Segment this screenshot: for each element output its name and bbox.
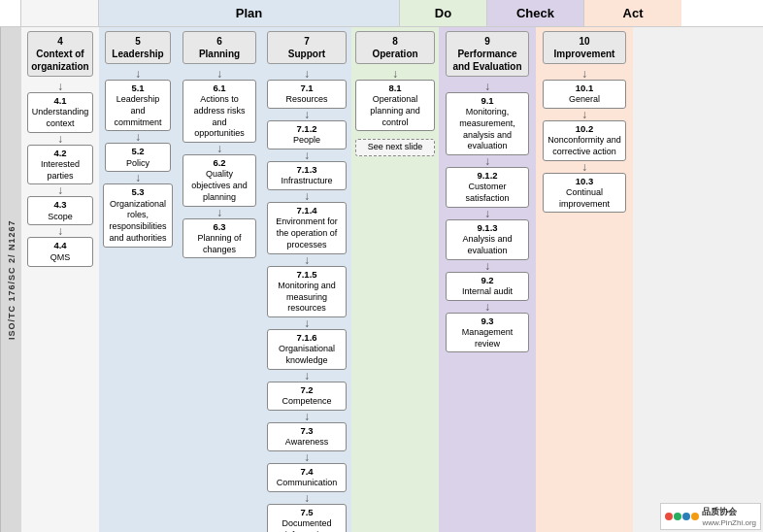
arrow: ↓ <box>135 131 141 143</box>
col4-item-1: 4.2 Interested parties <box>27 145 93 185</box>
arrow: ↓ <box>304 411 310 422</box>
col4-item-0: 4.1 Understanding context <box>27 92 93 133</box>
col7-item-5: 7.1.6 Organisational knowledge <box>267 329 347 370</box>
arrow: ↓ <box>581 109 587 120</box>
arrow: ↓ <box>484 260 490 272</box>
col10-item-0: 10.1 General <box>543 80 626 109</box>
logo-text: 品质协会 www.PinZhi.org <box>702 506 756 527</box>
columns-wrapper: 4 Context of organization ↓ 4.1 Understa… <box>21 27 763 532</box>
logo-circle-blue <box>682 513 690 520</box>
logo-circle-yellow <box>691 513 699 520</box>
col10-item-2: 10.3 Continual improvement <box>543 173 626 214</box>
col10-item-1: 10.2 Nonconformity and corrective action <box>543 120 626 161</box>
col8-item-0: 8.1 Operational planning and control <box>355 80 435 131</box>
logo-circle-green <box>674 513 681 520</box>
col7-item-9: 7.5 Documented information <box>267 504 347 532</box>
col9-item-2: 9.1.3 Analysis and evaluation <box>446 219 529 260</box>
col7-item-4: 7.1.5 Monitoring and measuring resources <box>267 266 347 317</box>
arrow: ↓ <box>484 301 490 313</box>
arrow: ↓ <box>484 81 490 92</box>
col8-section-header: 8 Operation <box>355 31 435 64</box>
col9-item-1: 9.1.2 Customer satisfaction <box>446 167 529 208</box>
arrow: ↓ <box>392 68 398 80</box>
arrow: ↓ <box>304 190 310 202</box>
col9-item-4: 9.3 Management review <box>446 313 529 353</box>
logo-area: 品质协会 www.PinZhi.org <box>660 503 761 530</box>
arrow: ↓ <box>304 451 310 463</box>
col5-item-1: 5.2 Policy <box>105 143 171 172</box>
col-4: 4 Context of organization ↓ 4.1 Understa… <box>21 27 99 532</box>
col-6: 6 Planning ↓ 6.1 Actions to address risk… <box>177 27 262 532</box>
check-header: Check <box>487 0 584 26</box>
col7-section-header: 7 Support <box>267 31 347 64</box>
col-7: 7 Support ↓ 7.1 Resources ↓ 7.1.2 People… <box>262 27 351 532</box>
arrow: ↓ <box>304 150 310 161</box>
act-header: Act <box>584 0 681 26</box>
arrow: ↓ <box>304 370 310 382</box>
col-5: 5 Leadership ↓ 5.1 Leadership and commit… <box>99 27 177 532</box>
side-label: ISO/TC 176/SC 2/ N1267 <box>0 27 21 532</box>
arrow: ↓ <box>57 225 63 237</box>
col7-item-8: 7.4 Communication <box>267 463 347 492</box>
arrow: ↓ <box>304 68 310 80</box>
col5-item-2: 5.3 Organizational roles, responsibiliti… <box>103 183 173 247</box>
arrow: ↓ <box>216 68 222 80</box>
col7-item-6: 7.2 Competence <box>267 382 347 411</box>
col4-header-blank <box>21 0 99 26</box>
arrow: ↓ <box>304 492 310 504</box>
col9-section-header: 9 Performance and Evaluation <box>446 31 529 77</box>
col7-item-7: 7.3 Awareness <box>267 422 347 451</box>
header-row: Plan Do Check Act <box>0 0 763 27</box>
col10-section-header: 10 Improvement <box>543 31 626 64</box>
col4-item-3: 4.4 QMS <box>27 237 93 266</box>
arrow: ↓ <box>304 109 310 120</box>
col4-item-2: 4.3 Scope <box>27 196 93 225</box>
arrow: ↓ <box>135 172 141 183</box>
arrow: ↓ <box>57 184 63 196</box>
logo-circle-red <box>665 513 673 520</box>
col-10: 10 Improvement ↓ 10.1 General ↓ 10.2 Non… <box>536 27 633 532</box>
col5-section-header: 5 Leadership <box>105 31 171 64</box>
col7-item-3: 7.1.4 Environment for the operation of p… <box>267 202 347 253</box>
plan-header: Plan <box>99 0 400 26</box>
arrow: ↓ <box>135 68 141 80</box>
arrow: ↓ <box>581 161 587 173</box>
col7-item-1: 7.1.2 People <box>267 120 347 150</box>
col9-item-0: 9.1 Monitoring, measurement, analysis an… <box>446 92 529 155</box>
arrow: ↓ <box>581 68 587 80</box>
arrow: ↓ <box>304 254 310 266</box>
col5-item-0: 5.1 Leadership and commitment <box>105 80 171 131</box>
arrow: ↓ <box>57 81 63 92</box>
col6-item-1: 6.2 Quality objectives and planning <box>182 154 256 206</box>
logo-circles <box>665 513 699 520</box>
col8-see-next: See next slide <box>355 139 435 156</box>
do-header: Do <box>400 0 487 26</box>
col7-item-2: 7.1.3 Infrastructure <box>267 161 347 190</box>
col6-item-2: 6.3 Planning of changes <box>182 218 256 259</box>
col4-section-header: 4 Context of organization <box>27 31 93 77</box>
main-container: Plan Do Check Act ISO/TC 176/SC 2/ N1267… <box>0 0 763 532</box>
col6-item-0: 6.1 Actions to address risks and opportu… <box>182 80 256 143</box>
col-9: 9 Performance and Evaluation ↓ 9.1 Monit… <box>439 27 536 532</box>
col6-section-header: 6 Planning <box>182 31 256 64</box>
arrow: ↓ <box>216 207 222 218</box>
arrow: ↓ <box>484 208 490 219</box>
arrow: ↓ <box>484 155 490 167</box>
col9-item-3: 9.2 Internal audit <box>446 272 529 301</box>
content-area: ISO/TC 176/SC 2/ N1267 4 Context of orga… <box>0 27 763 532</box>
col-8: 8 Operation ↓ 8.1 Operational planning a… <box>351 27 439 532</box>
arrow: ↓ <box>57 133 63 145</box>
arrow: ↓ <box>216 143 222 154</box>
col7-item-0: 7.1 Resources <box>267 80 347 109</box>
arrow: ↓ <box>304 317 310 329</box>
